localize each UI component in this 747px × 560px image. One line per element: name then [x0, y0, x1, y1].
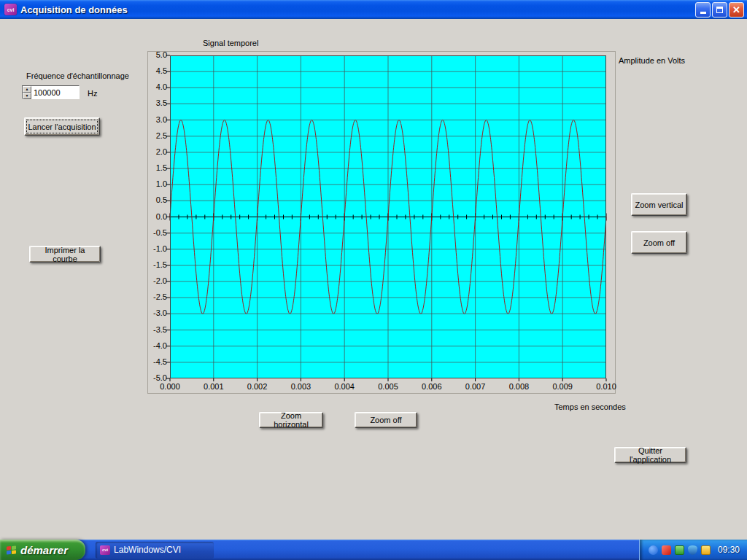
maximize-button[interactable] — [712, 2, 727, 18]
window-title: Acquisition de données — [20, 4, 128, 15]
x-axis-label: Temps en secondes — [554, 402, 626, 411]
application-window: cvi Acquisition de données ✕ Fréquence d… — [0, 0, 747, 560]
y-tick-label: -5.0 — [148, 373, 167, 382]
y-tick-label: 4.5 — [148, 66, 167, 75]
y-tick-label: -4.0 — [148, 341, 167, 350]
cvi-icon: cvi — [100, 545, 110, 555]
y-tick-label: 5.0 — [148, 50, 167, 59]
taskbar-clock: 09:30 — [718, 545, 740, 555]
y-tick-label: -0.5 — [148, 228, 167, 237]
x-tick-label: 0.007 — [461, 382, 490, 391]
launch-acquisition-button[interactable]: Lancer l'acquisition — [24, 117, 100, 136]
y-tick-label: 1.5 — [148, 163, 167, 172]
start-button-label: démarrer — [20, 544, 68, 556]
taskbar: démarrer cvi LabWindows/CVI 09:30 — [0, 540, 747, 560]
security-shield-icon[interactable] — [688, 545, 697, 555]
y-tick-label: -3.5 — [148, 325, 167, 334]
y-tick-label: 4.0 — [148, 82, 167, 91]
antivirus-icon[interactable] — [662, 545, 671, 555]
y-tick-label: 0.0 — [148, 212, 167, 221]
network-icon[interactable] — [675, 545, 684, 555]
spin-up-button[interactable]: ▲ — [23, 86, 31, 93]
title-bar[interactable]: cvi Acquisition de données ✕ — [0, 0, 747, 19]
plot-area[interactable] — [170, 55, 606, 378]
minimize-button[interactable] — [695, 2, 711, 18]
quit-application-button[interactable]: Quitter l'application — [614, 447, 686, 463]
frequency-input[interactable] — [31, 86, 79, 98]
x-tick-label: 0.010 — [592, 382, 621, 391]
y-tick-label: 2.0 — [148, 147, 167, 156]
frequency-spinner: ▲ ▼ — [23, 86, 31, 98]
frequency-label: Fréquence d'échantillonnage — [26, 71, 129, 80]
y-tick-label: -1.0 — [148, 244, 167, 253]
y-axis-label: Amplitude en Volts — [619, 56, 685, 65]
y-tick-label: 0.5 — [148, 195, 167, 204]
x-tick-label: 0.002 — [243, 382, 272, 391]
x-tick-label: 0.005 — [374, 382, 403, 391]
window-controls: ✕ — [695, 2, 744, 18]
updates-icon[interactable] — [701, 545, 711, 555]
x-tick-label: 0.003 — [286, 382, 315, 391]
y-tick-label: 2.5 — [148, 131, 167, 140]
x-tick-label: 0.006 — [417, 382, 446, 391]
y-tick-label: -4.5 — [148, 357, 167, 366]
y-tick-label: 1.0 — [148, 179, 167, 188]
x-tick-label: 0.000 — [155, 382, 185, 391]
zoom-vertical-button[interactable]: Zoom vertical — [631, 193, 687, 216]
y-tick-label: -2.0 — [148, 276, 167, 285]
y-tick-label: 3.0 — [148, 115, 167, 124]
cvi-app-icon: cvi — [4, 4, 17, 15]
system-tray: 09:30 — [639, 540, 747, 560]
taskbar-item-label: LabWindows/CVI — [114, 545, 181, 555]
chart-title: Signal temporel — [203, 39, 258, 47]
zoom-off-vertical-button[interactable]: Zoom off — [631, 231, 687, 254]
zoom-horizontal-button[interactable]: Zoom horizontal — [259, 412, 323, 428]
x-tick-label: 0.004 — [330, 382, 359, 391]
y-tick-label: -2.5 — [148, 292, 167, 301]
maximize-icon — [716, 7, 723, 13]
print-curve-button[interactable]: Imprimer la courbe — [29, 246, 101, 262]
y-tick-label: -3.0 — [148, 308, 167, 317]
y-tick-label: -1.5 — [148, 260, 167, 269]
minimize-icon — [700, 12, 706, 14]
x-tick-label: 0.009 — [548, 382, 577, 391]
taskbar-item-labwindows[interactable]: cvi LabWindows/CVI — [96, 542, 214, 559]
windows-flag-icon — [7, 545, 16, 554]
spin-down-button[interactable]: ▼ — [23, 93, 31, 99]
zoom-off-horizontal-button[interactable]: Zoom off — [355, 412, 417, 428]
bluetooth-icon[interactable] — [649, 545, 658, 555]
close-button[interactable]: ✕ — [729, 2, 744, 18]
x-tick-label: 0.008 — [504, 382, 533, 391]
y-tick-label: 3.5 — [148, 98, 167, 107]
frequency-unit-label: Hz — [88, 89, 97, 98]
x-tick-label: 0.001 — [199, 382, 228, 391]
start-button[interactable]: démarrer — [0, 540, 85, 560]
frequency-input-group: ▲ ▼ — [22, 85, 80, 99]
signal-chart: 5.04.54.03.53.02.52.01.51.00.50.0-0.5-1.… — [147, 51, 616, 394]
